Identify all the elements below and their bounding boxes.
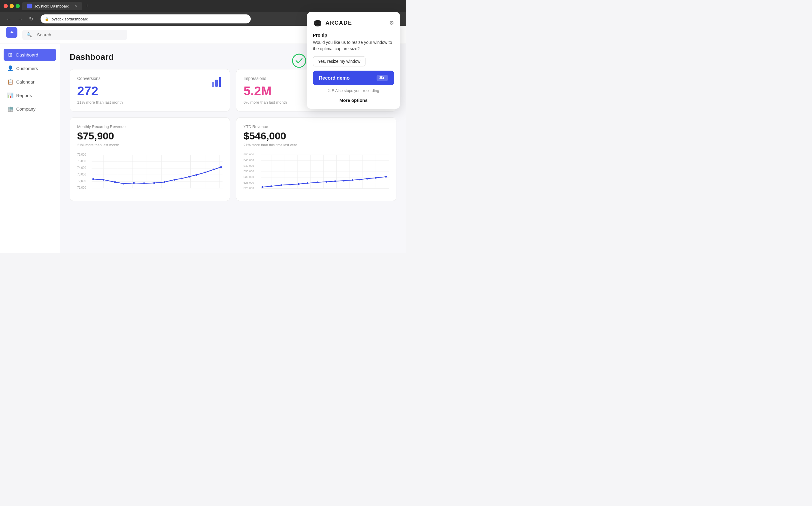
svg-point-32 [174,179,175,181]
mrr-value: $75,900 [77,130,222,142]
svg-point-29 [143,182,145,184]
sidebar-item-dashboard[interactable]: ⊞ Dashboard [4,49,56,61]
stops-recording-text: ⌘E Also stops your recording [313,88,394,93]
mrr-chart-svg: 76,000 75,000 74,000 73,000 72,000 71,00… [77,152,222,194]
svg-point-77 [293,54,306,67]
mrr-label: Monthly Recurring Revenue [77,124,222,129]
pro-tip-text: Would you like us to resize your window … [313,44,394,52]
sidebar-item-customers[interactable]: 👤 Customers [4,62,56,75]
svg-text:75,000: 75,000 [77,160,86,163]
svg-point-67 [307,182,308,184]
svg-point-36 [204,172,206,173]
svg-point-70 [334,180,336,182]
search-input[interactable] [37,32,123,37]
address-bar[interactable]: 🔒 joystick.so/dashboard [40,14,251,23]
app-logo: ✦ [6,27,17,38]
close-dot[interactable] [4,4,8,8]
new-tab-button[interactable]: + [86,3,89,9]
tab-close-icon[interactable]: ✕ [74,4,77,8]
conversions-subtitle: 11% more than last month [77,100,222,104]
tab-favicon [27,4,32,8]
arcade-popup: ARCADE ⚙ Pro tip Would you like us to re… [307,44,400,109]
svg-rect-2 [219,77,221,87]
svg-point-25 [102,179,104,181]
sidebar-item-company[interactable]: 🏢 Company [4,103,56,115]
mrr-chart-area: 76,000 75,000 74,000 73,000 72,000 71,00… [77,152,222,194]
svg-point-75 [375,177,377,179]
svg-point-63 [270,185,272,187]
dashboard-icon: ⊞ [7,52,13,58]
svg-point-26 [114,181,116,183]
lock-icon: 🔒 [45,17,49,21]
ytd-chart-area: 550,000 545,000 540,000 535,000 530,000 … [243,152,389,194]
svg-point-62 [262,186,263,188]
app-container: ✦ 🔍 RS Remi Sage Cofounder & CEO ⊞ Dashb… [0,26,406,253]
resize-window-button[interactable]: Yes, resize my window [313,56,366,66]
svg-text:76,000: 76,000 [77,153,86,156]
calendar-icon: 📋 [7,79,13,85]
svg-point-34 [188,176,190,178]
ytd-card: YTD Revenue $546,000 21% more than this … [236,117,396,201]
impressions-label: Impressions [243,76,272,81]
sidebar-item-company-label: Company [16,106,35,111]
svg-point-69 [325,181,327,183]
svg-point-72 [351,179,353,181]
svg-point-66 [298,183,300,185]
record-demo-button[interactable]: Record demo ⌘E [313,71,394,85]
sidebar-item-calendar[interactable]: 📋 Calendar [4,76,56,88]
svg-text:74,000: 74,000 [77,166,86,169]
search-magnify-icon: 🔍 [26,32,32,37]
sidebar-item-customers-label: Customers [16,66,38,71]
svg-point-30 [154,182,155,184]
svg-point-73 [359,179,361,181]
browser-chrome: Joystick: Dashboard ✕ + [0,0,406,12]
customers-icon: 👤 [7,65,13,72]
svg-point-31 [163,181,165,183]
sidebar-item-reports[interactable]: 📊 Reports [4,89,56,101]
impressions-value: 5.2M [243,84,272,98]
svg-point-38 [220,166,222,168]
mrr-card: Monthly Recurring Revenue $75,900 21% mo… [70,117,230,201]
more-options-button[interactable]: More options [313,98,394,103]
refresh-button[interactable]: ↻ [28,14,34,23]
ytd-chart-svg: 550,000 545,000 540,000 535,000 530,000 … [243,152,389,194]
svg-point-76 [385,176,387,178]
svg-rect-1 [215,80,218,87]
ytd-value: $546,000 [243,130,389,142]
ytd-subtitle: 21% more than this time last year [243,143,389,147]
record-demo-label: Record demo [319,75,349,81]
url-text: joystick.so/dashboard [51,17,88,21]
check-circle-icon [292,54,306,69]
svg-text:535,000: 535,000 [243,169,254,173]
svg-point-27 [123,183,125,184]
browser-tab[interactable]: Joystick: Dashboard ✕ [22,2,82,10]
sidebar-item-reports-label: Reports [16,93,32,98]
search-bar[interactable]: 🔍 [22,30,127,40]
back-button[interactable]: ← [5,15,13,23]
tab-title: Joystick: Dashboard [34,4,69,8]
browser-dots [4,4,20,8]
maximize-dot[interactable] [16,4,20,8]
svg-rect-0 [212,82,214,87]
forward-button[interactable]: → [16,15,24,23]
svg-text:73,000: 73,000 [77,173,86,176]
svg-point-65 [289,184,291,185]
company-icon: 🏢 [7,106,13,112]
reports-icon: 📊 [7,92,13,98]
minimize-dot[interactable] [10,4,14,8]
svg-point-28 [133,182,135,184]
svg-point-64 [281,184,282,186]
svg-point-74 [366,178,368,180]
conversions-value: 272 [77,84,101,98]
svg-point-33 [181,178,183,179]
cmd-badge: ⌘E [377,75,388,81]
svg-point-35 [196,174,197,176]
svg-point-24 [92,178,94,180]
svg-text:72,000: 72,000 [77,179,86,183]
conversions-card-header: Conversions 272 [77,76,222,100]
logo-icon: ✦ [10,29,14,36]
svg-text:525,000: 525,000 [243,181,254,184]
svg-text:71,000: 71,000 [77,186,86,189]
sidebar: ⊞ Dashboard 👤 Customers 📋 Calendar 📊 Rep… [0,44,60,253]
svg-point-68 [317,181,319,183]
